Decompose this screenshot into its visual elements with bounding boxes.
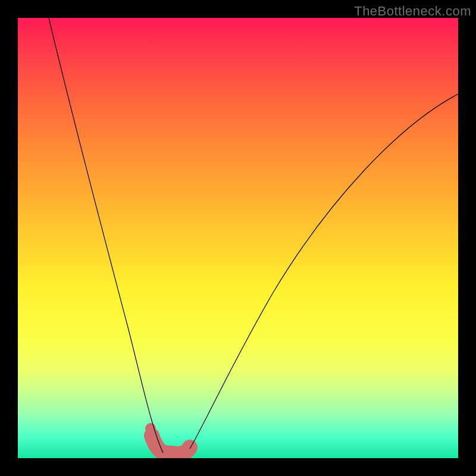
watermark-text: TheBottleneck.com	[354, 4, 471, 19]
left-branch-curve	[49, 18, 163, 453]
chart-frame: TheBottleneck.com	[0, 0, 476, 476]
chart-svg	[18, 18, 458, 458]
plot-area	[18, 18, 458, 458]
right-branch-curve	[190, 94, 458, 449]
